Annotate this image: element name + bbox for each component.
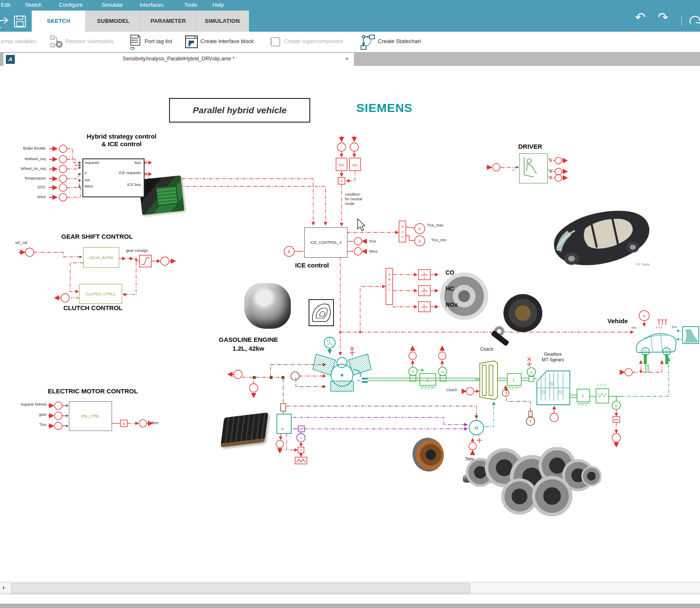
gear-ratio-block[interactable]: GEAR_RATIO bbox=[83, 247, 119, 268]
driver-heading: DRIVER bbox=[518, 143, 542, 150]
info-port-label: info bbox=[632, 326, 636, 329]
clutch-ctrl-block[interactable]: CLUTCH_CTRL2 bbox=[79, 284, 122, 304]
em-input-label: request Twheel bbox=[8, 402, 46, 406]
tab-simulation[interactable]: SIMULATION bbox=[195, 11, 249, 32]
driver-br-port: br bbox=[548, 157, 551, 161]
svg-text:✕: ✕ bbox=[643, 314, 646, 318]
svg-text:k: k bbox=[288, 249, 291, 254]
vehicle-icon[interactable]: ✕ bbox=[622, 311, 699, 376]
svg-text:s: s bbox=[424, 276, 425, 280]
engine-icon[interactable]: P T bbox=[313, 337, 371, 391]
export-icon[interactable] bbox=[0, 15, 13, 29]
tice-min-label: Tice_min bbox=[431, 238, 446, 242]
scroll-left-icon[interactable]: ‹ bbox=[3, 583, 5, 591]
horizontal-scrollbar[interactable]: ‹ bbox=[0, 582, 700, 594]
scrollbar-thumb[interactable] bbox=[11, 583, 470, 593]
save-icon[interactable] bbox=[14, 15, 26, 28]
menu-help[interactable]: Help bbox=[213, 2, 224, 8]
engine-caption: GASOLINE ENGINE bbox=[203, 336, 294, 343]
menu-edit[interactable]: Edit bbox=[1, 2, 10, 8]
create-interface-block-icon[interactable] bbox=[185, 35, 198, 49]
refresh-icon[interactable] bbox=[688, 14, 700, 28]
redo-icon[interactable]: ↷ bbox=[658, 10, 668, 25]
velcar-label: vel_car bbox=[15, 240, 27, 245]
engine-caption2: 1.2L, 42kw bbox=[203, 345, 294, 352]
sketch-title: Parallel hybrid vehicle bbox=[193, 105, 287, 115]
svg-text:f(x): f(x) bbox=[353, 163, 358, 167]
svg-text:T: T bbox=[331, 343, 333, 346]
hsc-port: Wice bbox=[85, 184, 93, 188]
svg-text:k: k bbox=[424, 303, 426, 307]
hsc-input-label: SOC bbox=[12, 185, 46, 189]
concept-car-photo bbox=[547, 207, 653, 270]
ice-control-block[interactable]: ICE_CONTROL_4 bbox=[304, 227, 347, 258]
svg-text:T: T bbox=[412, 370, 414, 374]
svg-text:L: L bbox=[513, 378, 515, 382]
gearbox-gears-photo bbox=[463, 443, 601, 511]
gear bbox=[581, 466, 602, 486]
port-tag-list-button[interactable]: Port tag list bbox=[145, 38, 172, 44]
em-input-label: Tice bbox=[8, 423, 46, 427]
svg-text:×: × bbox=[340, 179, 343, 183]
hsc-port: requests bbox=[85, 161, 99, 165]
close-icon[interactable]: × bbox=[345, 55, 349, 62]
create-supercomponent-icon[interactable] bbox=[269, 36, 282, 48]
ice-control-heading: ICE control bbox=[295, 262, 329, 269]
nox-label: NOx bbox=[446, 301, 458, 308]
hsc-input-label: Temperature bbox=[12, 176, 46, 180]
clutch-control-heading: CLUTCH CONTROL bbox=[63, 304, 123, 311]
svg-text:M: M bbox=[388, 278, 390, 281]
engine-map-block[interactable] bbox=[309, 299, 334, 326]
hsc-port: bus bbox=[101, 161, 141, 165]
menu-configure[interactable]: Configure bbox=[59, 2, 82, 8]
hc-label: HC bbox=[446, 285, 454, 292]
remove-submodels-button[interactable]: Remove submodels bbox=[65, 38, 114, 44]
svg-text:X: X bbox=[402, 235, 404, 238]
remove-submodels-icon[interactable] bbox=[50, 35, 63, 49]
create-statechart-icon[interactable] bbox=[360, 34, 375, 50]
port-tag-list-icon[interactable] bbox=[128, 34, 142, 50]
svg-text:×: × bbox=[300, 448, 302, 453]
co-label: CO bbox=[446, 269, 454, 276]
drivetrain-wiring: T L ω L ω bbox=[228, 346, 669, 447]
tab-sketch[interactable]: SKETCH bbox=[32, 11, 85, 32]
svg-text:U: U bbox=[388, 283, 391, 286]
gearbox-label: Gearbox MT 5gears bbox=[536, 352, 570, 363]
tab-parameter[interactable]: PARAMETER bbox=[140, 11, 196, 32]
footer-bar bbox=[0, 604, 700, 608]
siemens-logo: SIEMENS bbox=[356, 101, 413, 115]
clutch-label: Clutch bbox=[480, 346, 493, 352]
gear-shift-heading: GEAR SHIFT CONTROL bbox=[61, 233, 133, 240]
svg-text:U: U bbox=[402, 230, 404, 233]
driver-block[interactable] bbox=[519, 153, 548, 183]
svg-text:+: + bbox=[281, 426, 284, 432]
em-ctrl-block[interactable]: EM_CTRL bbox=[69, 401, 112, 431]
env-label: Env bbox=[672, 325, 677, 328]
driver-acc-port: acc bbox=[548, 168, 553, 172]
external-variables-button[interactable]: ernal variables bbox=[1, 38, 37, 44]
svg-text:P: P bbox=[327, 340, 328, 342]
menu-tools[interactable]: Tools bbox=[184, 2, 197, 8]
controller-pcb-photo bbox=[139, 175, 184, 215]
hsc-port: ICE requests bbox=[101, 171, 141, 175]
svg-text:f(x): f(x) bbox=[339, 163, 344, 167]
menu-simulate[interactable]: Simulate bbox=[101, 2, 123, 8]
svg-text:s: s bbox=[424, 292, 425, 296]
menu-interfaces[interactable]: Interfaces bbox=[139, 2, 164, 8]
create-supercomponent-button[interactable]: Create supercomponent bbox=[284, 38, 343, 44]
gear bbox=[532, 476, 572, 516]
undo-icon[interactable]: ↶ bbox=[635, 10, 645, 25]
tab-submodel[interactable]: SUBMODEL bbox=[85, 11, 141, 32]
document-tab[interactable]: A SensitivityAnalysis_ParallelHybrid_DRV… bbox=[3, 53, 354, 66]
svg-text:M: M bbox=[474, 425, 478, 431]
hsc-input-label: Wice bbox=[12, 195, 46, 199]
create-statechart-button[interactable]: Create Statechart bbox=[378, 38, 421, 44]
hsc-input-label: Wwheel_req bbox=[12, 157, 46, 161]
create-interface-block-button[interactable]: Create interface block bbox=[200, 38, 254, 44]
sketch-title-box[interactable]: Parallel hybrid vehicle bbox=[169, 98, 310, 123]
menu-sketch[interactable]: Sketch bbox=[25, 2, 42, 8]
svg-text:s: s bbox=[424, 308, 425, 312]
svg-text:L: L bbox=[582, 393, 585, 398]
em-control-heading: ELECTRIC MOTOR CONTROL bbox=[48, 387, 138, 395]
svg-text:ω: ω bbox=[530, 370, 533, 374]
